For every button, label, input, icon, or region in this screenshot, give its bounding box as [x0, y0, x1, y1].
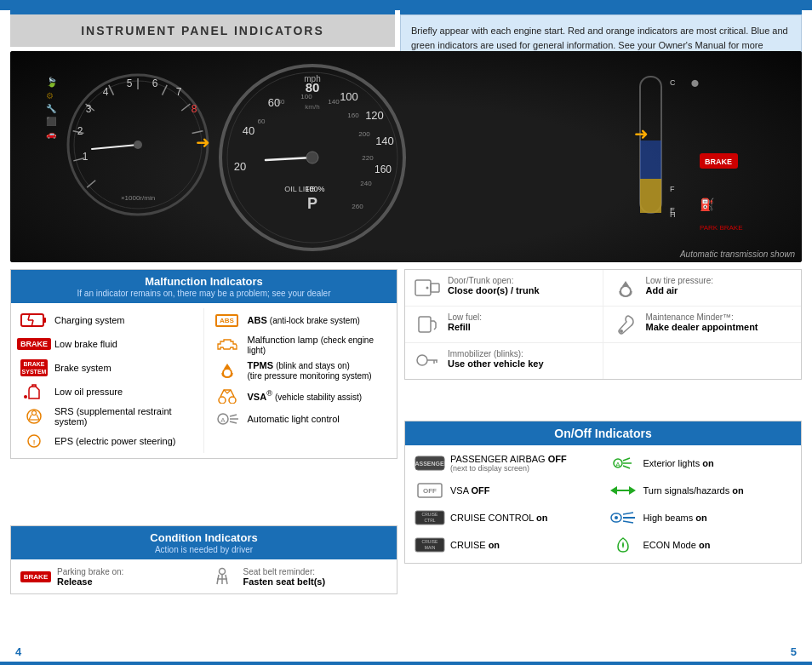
- svg-point-85: [620, 330, 623, 333]
- maintenance-label: Maintenance Minder™:: [646, 312, 758, 322]
- vsa-off-indicator: OFF VSA OFF: [414, 478, 600, 503]
- svg-point-66: [27, 410, 41, 423]
- bottom-bar: [0, 662, 812, 665]
- svg-text:8: 8: [192, 103, 197, 115]
- maintenance-value: Make dealer appointment: [646, 322, 758, 332]
- ext-lights-indicator: A Exterior lights on: [607, 450, 793, 476]
- oil-label: Low oil pressure: [54, 387, 123, 397]
- indicator-item-autolight: A Automatic light control: [211, 407, 391, 431]
- onoff-header: On/Off Indicators: [405, 421, 801, 445]
- eps-icon: !: [18, 432, 50, 450]
- door-label: Door/Trunk open:: [448, 276, 540, 285]
- fuel-text: Low fuel: Refill: [448, 312, 482, 332]
- svg-text:80: 80: [277, 98, 285, 106]
- svg-point-65: [24, 395, 27, 398]
- turn-signal-icon: [607, 481, 639, 500]
- top-bar: [0, 0, 812, 10]
- turn-signal-indicator: Turn signals/hazards on: [607, 478, 793, 503]
- tpms-label: TPMS (blink and stays on)(tire pressure …: [248, 360, 372, 381]
- high-beam-icon: [607, 508, 639, 527]
- svg-point-72: [229, 397, 236, 404]
- vsa-icon: [211, 386, 243, 404]
- airbag-sub: (next to display screen): [450, 464, 567, 473]
- svg-text:×1000r/min: ×1000r/min: [121, 194, 155, 202]
- page-num-left: 4: [15, 645, 21, 658]
- brake-fluid-label: Low brake fluid: [54, 339, 117, 349]
- fuel-label: Low fuel:: [448, 312, 482, 322]
- svg-text:E: E: [670, 206, 675, 215]
- svg-text:P: P: [307, 195, 317, 212]
- svg-marker-99: [610, 486, 623, 495]
- right-gauge: C H ⬤ BRAKE F E ⛽ PARK BRAKE: [623, 68, 759, 238]
- svg-text:OFF: OFF: [423, 487, 437, 495]
- svg-text:BRAKE: BRAKE: [705, 158, 732, 166]
- svg-line-20: [92, 145, 138, 149]
- immobilizer-indicator: Immobilizer (blinks): Use other vehicle …: [405, 343, 603, 379]
- ext-lights-icon: A: [607, 454, 639, 473]
- svg-point-86: [417, 355, 427, 365]
- svg-point-82: [620, 286, 631, 296]
- empty-cell: [603, 343, 802, 379]
- svg-text:F: F: [670, 185, 675, 193]
- seatbelt-value: Fasten seat belt(s): [243, 576, 326, 587]
- brake-sys-label: Brake system: [54, 363, 112, 373]
- condition-title: Condition Indicators: [20, 531, 388, 544]
- svg-text:1: 1: [83, 151, 89, 163]
- condition-section: Condition Indicators Action is needed by…: [10, 525, 397, 594]
- malfunction-body: Charging system BRAKE Low brake fluid BR…: [11, 303, 397, 458]
- speedometer: 20 40 60 80 100 120 140 160 mph 60 80 10…: [214, 60, 410, 255]
- airbag-off-text: PASSENGER AIRBAG OFF (next to display sc…: [450, 454, 567, 473]
- seatbelt-text: Seat belt reminder: Fasten seat belt(s): [243, 567, 326, 587]
- condition-header: Condition Indicators Action is needed by…: [11, 526, 397, 559]
- svg-line-2: [87, 181, 95, 187]
- immobilizer-value: Use other vehicle key: [448, 358, 544, 369]
- indicator-item-tpms: TPMS (blink and stays on)(tire pressure …: [211, 358, 391, 383]
- door-icon: [412, 276, 443, 300]
- malfunction-left: Charging system BRAKE Low brake fluid BR…: [18, 308, 204, 453]
- svg-rect-55: [640, 179, 661, 213]
- svg-text:3: 3: [86, 103, 92, 115]
- arrow-indicator: ➜: [634, 123, 649, 144]
- page-num-right: 5: [791, 645, 797, 658]
- onoff-body: PASSENGER PASSENGER AIRBAG OFF (next to …: [405, 445, 801, 563]
- right-indicators: Door/Trunk open: Close door(s) / trunk L…: [404, 269, 802, 380]
- immobilizer-text: Immobilizer (blinks): Use other vehicle …: [448, 349, 544, 369]
- svg-text:160: 160: [375, 163, 392, 175]
- svg-text:km/h: km/h: [305, 103, 319, 111]
- seatbelt-icon: [206, 566, 238, 587]
- engine-label: Malfunction lamp (check engine light): [248, 335, 391, 355]
- svg-text:220: 220: [362, 154, 374, 162]
- svg-text:140: 140: [328, 98, 340, 106]
- svg-line-94: [623, 458, 630, 461]
- condition-sub: Action is needed by driver: [20, 545, 388, 554]
- indicator-item-brake-sys: BRAKESYSTEM Brake system: [18, 356, 197, 380]
- malfunction-right: ABS ABS (anti-lock brake system) Malfunc…: [204, 308, 391, 453]
- malfunction-title: Malfunction Indicators: [20, 275, 388, 288]
- onoff-section: On/Off Indicators PASSENGER PASSENGER AI…: [404, 421, 802, 564]
- door-indicator: Door/Trunk open: Close door(s) / trunk: [405, 270, 603, 307]
- svg-text:60: 60: [258, 118, 266, 125]
- svg-point-81: [426, 287, 429, 290]
- srs-label: SRS (supplemental restraint system): [54, 406, 197, 427]
- svg-line-107: [623, 513, 633, 514]
- svg-text:mph: mph: [304, 74, 320, 83]
- svg-text:PASSENGER: PASSENGER: [415, 461, 445, 467]
- tire-value: Add air: [646, 285, 713, 295]
- autolight-label: Automatic light control: [248, 414, 340, 424]
- tpms-icon: [211, 360, 243, 379]
- door-text: Door/Trunk open: Close door(s) / trunk: [448, 276, 540, 295]
- turn-signal-label: Turn signals/hazards on: [643, 485, 744, 496]
- ext-lights-label: Exterior lights on: [643, 458, 714, 468]
- fuel-icon: [412, 312, 443, 336]
- svg-text:5: 5: [127, 77, 133, 89]
- cruise-ctrl-icon: CRUISECTRL: [414, 508, 446, 527]
- indicator-item-charging: Charging system: [18, 308, 197, 332]
- abs-icon: ABS: [211, 311, 243, 330]
- brake-fluid-icon: BRAKE: [18, 335, 50, 353]
- seatbelt-label: Seat belt reminder:: [243, 567, 326, 576]
- svg-text:100: 100: [340, 90, 358, 103]
- svg-text:140: 140: [375, 135, 394, 147]
- svg-text:20: 20: [234, 160, 246, 173]
- door-value: Close door(s) / trunk: [448, 285, 540, 295]
- svg-line-9: [181, 104, 190, 111]
